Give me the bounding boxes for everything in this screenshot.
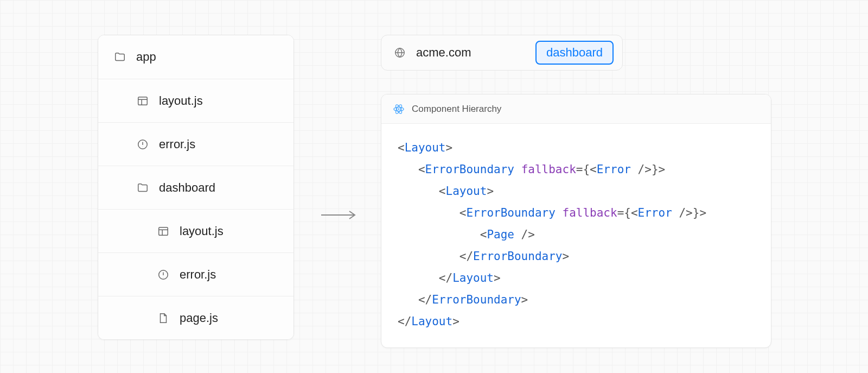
tree-label: layout.js — [180, 224, 224, 238]
url-segment[interactable]: dashboard — [535, 41, 614, 65]
globe-icon — [393, 46, 406, 59]
panel-header: Component Hierarchy — [381, 94, 771, 124]
tree-row[interactable]: page.js — [98, 296, 293, 339]
file-tree: app layout.js error.js dashboard layout.… — [98, 35, 294, 340]
page-icon — [157, 312, 170, 325]
layout-icon — [136, 94, 149, 108]
component-hierarchy-panel: Component Hierarchy <Layout> <ErrorBound… — [381, 94, 771, 348]
tree-row[interactable]: dashboard — [98, 166, 293, 209]
tree-label: app — [136, 50, 156, 64]
folder-icon — [136, 181, 149, 194]
tree-row[interactable]: layout.js — [98, 79, 293, 122]
svg-rect-0 — [138, 97, 148, 105]
svg-point-5 — [398, 108, 400, 110]
tree-row[interactable]: layout.js — [98, 209, 293, 252]
url-bar: acme.com dashboard — [381, 35, 623, 71]
tree-row-root[interactable]: app — [98, 35, 293, 79]
svg-rect-2 — [159, 227, 168, 235]
tree-label: layout.js — [159, 94, 203, 108]
error-icon — [136, 138, 149, 151]
react-icon — [392, 103, 405, 116]
tree-label: page.js — [180, 311, 218, 325]
tree-label: error.js — [180, 268, 216, 282]
panel-title: Component Hierarchy — [412, 104, 501, 115]
tree-row[interactable]: error.js — [98, 252, 293, 296]
error-icon — [157, 268, 170, 281]
arrow-right-icon — [320, 210, 358, 220]
tree-row[interactable]: error.js — [98, 122, 293, 166]
tree-label: error.js — [159, 137, 195, 151]
code-block: <Layout> <ErrorBoundary fallback={<Error… — [381, 124, 771, 347]
tree-label: dashboard — [159, 181, 215, 195]
folder-icon — [113, 50, 126, 64]
url-host: acme.com — [416, 46, 471, 60]
layout-icon — [157, 225, 170, 238]
